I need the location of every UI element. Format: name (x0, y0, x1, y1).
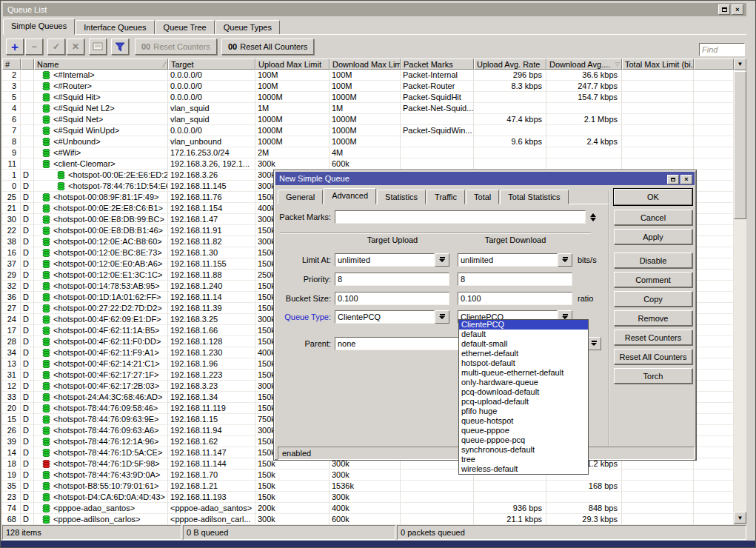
tab-queue-tree[interactable]: Queue Tree (155, 20, 215, 35)
close-icon[interactable]: × (732, 4, 743, 15)
bucket-upload-input[interactable]: 0.100 (335, 292, 449, 305)
reset-all-counters-button[interactable]: 00 Reset All Counters (221, 39, 314, 55)
queue-type-upload-input[interactable]: ClientePCQ (335, 310, 435, 324)
queue-icon (42, 360, 50, 368)
column-header-name[interactable]: Name∕ (34, 59, 168, 70)
column-header-total-max-limit-bi[interactable]: Total Max Limit (bi... (622, 59, 694, 70)
dropdown-item-ethernet-default[interactable]: ethernet-default (459, 349, 588, 358)
tab-queue-types[interactable]: Queue Types (215, 20, 280, 35)
column-header-blank[interactable] (21, 59, 34, 70)
tab-interface-queues[interactable]: Interface Queues (76, 20, 154, 35)
dialog-tab-total[interactable]: Total (466, 190, 499, 204)
disable-button[interactable]: Disable (614, 253, 692, 268)
column-selector-button[interactable]: ▼ (734, 59, 746, 70)
column-header-download-max-limit[interactable]: Download Max Limit (330, 59, 401, 70)
queue-name: <hotspot-00:4F:62:09:E1:DF> (53, 315, 161, 324)
dropdown-item-hotspot-default[interactable]: hotspot-default (459, 358, 588, 368)
table-row[interactable]: 6<#Squid Net>vlan_squid1000M1000M47.4 kb… (2, 114, 734, 125)
column-header-upload-avg-rate[interactable]: Upload Avg. Rate (474, 59, 546, 70)
table-row[interactable]: 3<#Router>0.0.0.0/0100M100MPacket-Router… (2, 81, 734, 92)
remove-button[interactable]: Remove (614, 310, 692, 326)
table-row[interactable]: 68D<pppoe-adilson_carlos><pppoe-adilson_… (2, 514, 734, 525)
filter-button[interactable] (111, 39, 129, 55)
torch-button[interactable]: Torch (614, 368, 692, 384)
ok-button[interactable]: OK (614, 189, 692, 205)
table-row[interactable]: 7<#Squid WinUpd>0.0.0.0/01000M1000MPacke… (2, 125, 734, 136)
queue-type-upload-dropdown-icon[interactable] (435, 310, 449, 324)
limit-at-upload-dropdown-icon[interactable] (435, 253, 449, 267)
restore-icon[interactable] (667, 175, 679, 184)
table-row[interactable]: 19D<hotspot-78:44:76:43:9D:0A>192.168.1.… (2, 470, 734, 481)
reset-counters-button[interactable]: Reset Counters (614, 330, 692, 345)
column-header-download-avg[interactable]: Download Avg....▽ (546, 59, 622, 70)
column-header-target[interactable]: Target (168, 59, 255, 70)
dropdown-item-clientepcq[interactable]: ClientePCQ (459, 320, 588, 330)
reset-all-counters-button[interactable]: Reset All Counters (614, 349, 692, 364)
bucket-download-input[interactable]: 0.100 (458, 292, 572, 305)
dropdown-item-queue-pppoe[interactable]: queue-pppoe (459, 426, 588, 435)
dialog-tab-general[interactable]: General (278, 190, 323, 204)
table-row[interactable]: 9<#Wifi>172.16.253.0/242M4M (2, 147, 734, 158)
dialog-close-icon[interactable]: × (680, 175, 692, 184)
dropdown-item-default[interactable]: default (459, 330, 588, 339)
dropdown-item-wireless-default[interactable]: wireless-default (459, 464, 588, 474)
cell-num: 31 (2, 370, 21, 381)
tab-simple-queues[interactable]: Simple Queues (3, 19, 75, 35)
cancel-button[interactable]: Cancel (614, 210, 692, 225)
scrollbar-thumb[interactable] (734, 71, 746, 219)
dropdown-item-synchronous-default[interactable]: synchronous-default (459, 445, 588, 455)
dropdown-item-queue-pppoe-pcq[interactable]: queue-pppoe-pcq (459, 435, 588, 445)
disable-button[interactable]: ✕ (67, 39, 84, 55)
priority-download-input[interactable]: 8 (458, 273, 572, 286)
cell-name: <#Wifi> (34, 147, 168, 158)
copy-button[interactable]: Copy (614, 291, 692, 307)
enable-button[interactable]: ✓ (47, 39, 65, 55)
cell-extra (694, 436, 734, 447)
parent-dropdown-icon[interactable] (586, 337, 601, 350)
table-row[interactable]: 74D<pppoe-adao_santos><pppoe-adao_santos… (2, 503, 734, 514)
dialog-tab-total-statistics[interactable]: Total Statistics (500, 190, 568, 204)
limit-at-upload-input[interactable]: unlimited (335, 253, 435, 267)
queue-icon (42, 393, 50, 401)
dropdown-item-multi-queue-ethernet-default[interactable]: multi-queue-ethernet-default (459, 368, 588, 378)
remove-button[interactable]: − (25, 39, 43, 55)
scroll-down-icon[interactable]: ▼ (734, 512, 746, 524)
table-row[interactable]: 11<client-Cleomar>192.168.3.26, 192.1...… (2, 158, 734, 170)
cell-up_max: 1M (255, 103, 330, 114)
queue-icon (42, 260, 50, 268)
column-header-upload-max-limit[interactable]: Upload Max Limit (255, 59, 330, 70)
table-row[interactable]: 8<#Unbound>vlan_unbound1000M1000M9.6 kbp… (2, 136, 734, 147)
dropdown-item-default-small[interactable]: default-small (459, 339, 588, 349)
dialog-tab-statistics[interactable]: Statistics (377, 190, 426, 204)
column-header-blank[interactable] (694, 59, 734, 70)
table-row[interactable]: 2<#Internal>0.0.0.0/0100M100MPacket-Inte… (2, 70, 734, 81)
reset-counters-label: Reset Counters (153, 42, 210, 51)
dialog-tab-traffic[interactable]: Traffic (426, 190, 465, 204)
limit-at-download-input[interactable]: unlimited (458, 253, 558, 267)
find-input[interactable] (700, 44, 744, 56)
apply-button[interactable]: Apply (614, 229, 692, 244)
priority-upload-input[interactable]: 8 (335, 273, 449, 286)
comment-button[interactable] (89, 39, 107, 55)
dialog-tab-advanced[interactable]: Advanced (324, 188, 376, 204)
dropdown-item-pcq-download-default[interactable]: pcq-download-default (459, 387, 588, 397)
packet-marks-input[interactable] (335, 210, 586, 224)
maximize-icon[interactable] (718, 4, 730, 15)
column-header-packet-marks[interactable]: Packet Marks (401, 59, 474, 70)
dropdown-item-tree[interactable]: tree (459, 455, 588, 464)
limit-at-download-dropdown-icon[interactable] (558, 253, 572, 267)
dropdown-item-pcq-upload-default[interactable]: pcq-upload-default (459, 397, 588, 407)
comment-button[interactable]: Comment (614, 272, 692, 287)
dropdown-item-queue-hotspot[interactable]: queue-hotspot (459, 416, 588, 426)
packet-marks-spinner[interactable] (587, 210, 599, 224)
column-header-[interactable]: # (2, 59, 21, 70)
table-row[interactable]: 35D<hotspot-B8:55:10:79:01:61>192.168.1.… (2, 481, 734, 492)
dropdown-item-pfifo-huge[interactable]: pfifo huge (459, 407, 588, 416)
table-row[interactable]: 4<#Squid Net L2>vlan_squid1M1MPacket-Net… (2, 103, 734, 114)
cell-total_max (622, 514, 694, 525)
reset-counters-button[interactable]: 00 Reset Counters (135, 39, 217, 55)
table-row[interactable]: 23D<hotspot-D4:CA:6D:0A:4D:43>192.168.11… (2, 492, 734, 503)
table-row[interactable]: 5<#Squid Hit>0.0.0.0/01000M1000MPacket-S… (2, 92, 734, 103)
add-button[interactable]: + (6, 39, 24, 55)
dropdown-item-only-hardware-queue[interactable]: only-hardware-queue (459, 378, 588, 387)
